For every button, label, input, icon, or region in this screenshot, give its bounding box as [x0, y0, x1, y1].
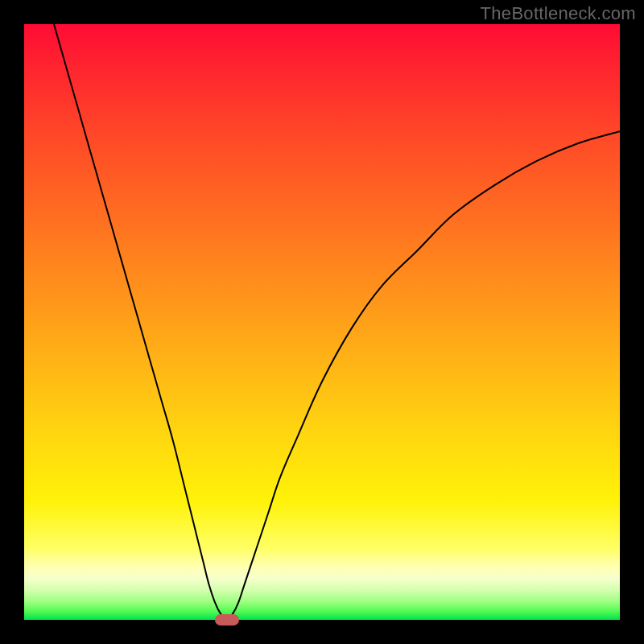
- curve-line: [54, 24, 620, 620]
- watermark-text: TheBottleneck.com: [481, 3, 636, 24]
- bottleneck-curve: [24, 24, 620, 620]
- optimal-marker: [215, 614, 239, 625]
- chart-frame: TheBottleneck.com: [0, 0, 644, 644]
- plot-area: [24, 24, 620, 620]
